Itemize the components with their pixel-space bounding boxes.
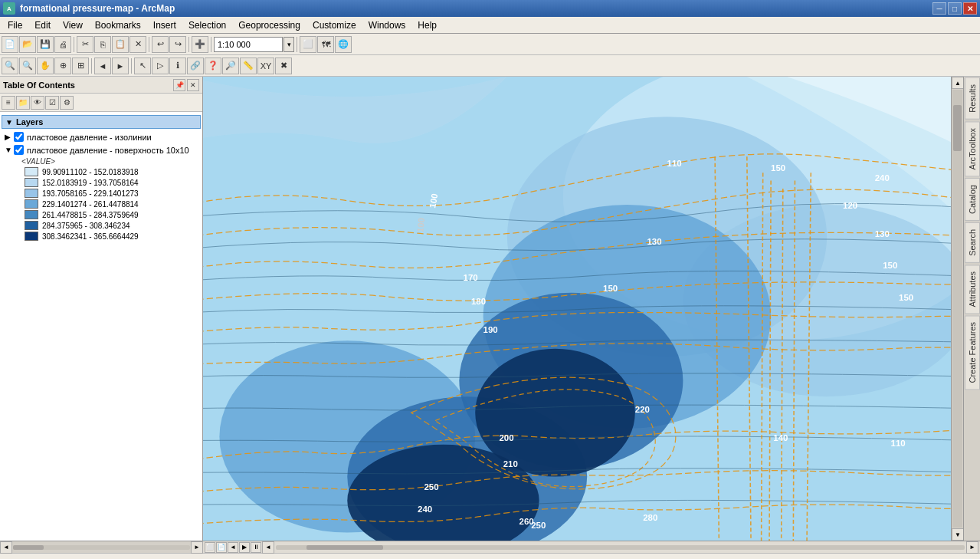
info-button[interactable]: ℹ	[169, 58, 186, 74]
layer-row-isolinii[interactable]: ▶ пластовое давление - изолинии	[0, 130, 202, 143]
toolbar-standard: 📄 📂 💾 🖨 ✂ ⎘ 📋 ✕ ↩ ↪ ➕ 1:10 000 ▾ ⬜ 🗺 🌐	[0, 34, 980, 55]
menu-file[interactable]: File	[2, 18, 28, 32]
redo-button[interactable]: ↪	[169, 36, 186, 53]
menu-insert[interactable]: Insert	[147, 18, 182, 32]
data-view-button[interactable]: 🗺	[317, 36, 334, 53]
toc-hscroll: ◄ ►	[0, 541, 203, 553]
toc-hscroll-track[interactable]	[13, 545, 190, 550]
toc-list-by-source[interactable]: 📁	[16, 96, 30, 110]
cut-button[interactable]: ✂	[77, 36, 93, 53]
vscroll-track[interactable]	[952, 90, 962, 528]
menu-geoprocessing[interactable]: Geoprocessing	[232, 18, 306, 32]
back-button[interactable]: ◄	[94, 58, 111, 74]
delete-button[interactable]: ✕	[129, 36, 146, 53]
print-button[interactable]: 🖨	[54, 36, 71, 53]
clear-button[interactable]: ✖	[275, 58, 292, 74]
legend-swatch-5	[25, 210, 38, 219]
hyperlink-button[interactable]: 🔗	[187, 58, 204, 74]
toc-pin-button[interactable]: 📌	[173, 79, 185, 91]
menu-selection[interactable]: Selection	[182, 18, 232, 32]
layer-checkbox-surface[interactable]	[14, 145, 24, 155]
map-hscroll-left[interactable]: ◄	[262, 541, 274, 554]
menu-bookmarks[interactable]: Bookmarks	[89, 18, 147, 32]
close-button[interactable]: ✕	[963, 2, 977, 15]
separator5	[297, 37, 297, 52]
map-hscroll-track[interactable]	[276, 545, 965, 550]
vscroll-up[interactable]: ▲	[952, 77, 963, 89]
toc-list-by-visibility[interactable]: 👁	[31, 96, 44, 110]
undo-button[interactable]: ↩	[152, 36, 169, 53]
legend-swatch-3	[25, 189, 38, 198]
tab-search[interactable]: Search	[965, 222, 980, 263]
copy-button[interactable]: ⎘	[94, 36, 111, 53]
svg-text:200: 200	[499, 433, 513, 442]
layout-view-button[interactable]: ⬜	[300, 36, 316, 53]
map-vscroll: ▲ ▼	[951, 77, 963, 541]
statusbar: 499201.69 7035340.735 Meters	[0, 553, 980, 559]
tab-catalog[interactable]: Catalog	[965, 178, 980, 221]
legend-range-7: 308.3462341 - 365.6664429	[42, 232, 139, 241]
pan-button[interactable]: ✋	[37, 58, 54, 74]
legend-item-5: 261.4478815 - 284.3759649	[0, 209, 202, 220]
map-hscroll-thumb[interactable]	[306, 545, 383, 550]
map-view[interactable]: 100 110 150 240 280 130 120 130 150 150 …	[203, 77, 963, 541]
add-data-button[interactable]: ➕	[192, 36, 208, 53]
open-button[interactable]: 📂	[19, 36, 36, 53]
toc-close-button[interactable]: ✕	[187, 79, 199, 91]
zoom-extent-button[interactable]: ⊞	[72, 58, 89, 74]
globe-button[interactable]: 🌐	[335, 36, 352, 53]
full-extent-button[interactable]: ⊕	[54, 58, 71, 74]
menu-windows[interactable]: Windows	[362, 18, 412, 32]
menu-customize[interactable]: Customize	[306, 18, 362, 32]
identify-button[interactable]: ❓	[205, 58, 221, 74]
map-hscroll-right[interactable]: ►	[966, 541, 978, 554]
legend-swatch-4	[25, 199, 38, 209]
toc-hscroll-thumb[interactable]	[13, 545, 44, 550]
zoom-out-button[interactable]: 🔍	[19, 58, 36, 74]
titlebar: A formational pressure-map - ArcMap ─ □ …	[0, 0, 980, 17]
layer-row-surface[interactable]: ▼ пластовое давление - поверхность 10x10	[0, 143, 202, 156]
forward-button[interactable]: ►	[112, 58, 129, 74]
toc-hscroll-right[interactable]: ►	[191, 541, 203, 554]
vscroll-down[interactable]: ▼	[952, 528, 963, 541]
paste-button[interactable]: 📋	[112, 36, 129, 53]
go-to-xy-button[interactable]: XY	[257, 58, 274, 74]
nav-dataview-button[interactable]: ⬜	[205, 542, 215, 553]
toc-content: ▼ Layers ▶ пластовое давление - изолинии…	[0, 112, 202, 541]
vscroll-thumb[interactable]	[953, 105, 962, 151]
toc-list-by-drawing-order[interactable]: ≡	[2, 96, 15, 110]
select-button[interactable]: ↖	[134, 58, 151, 74]
layer-checkbox-isolinii[interactable]	[14, 132, 24, 142]
toc-hscroll-left[interactable]: ◄	[0, 541, 12, 554]
nav-play[interactable]: ▶	[239, 542, 250, 553]
expand-icon-isolinii[interactable]: ▶	[5, 133, 12, 141]
toolbar-tools: 🔍 🔍 ✋ ⊕ ⊞ ◄ ► ↖ ▷ ℹ 🔗 ❓ 🔎 📏 XY ✖	[0, 55, 980, 77]
save-button[interactable]: 💾	[37, 36, 54, 53]
expand-icon-surface[interactable]: ▼	[5, 146, 12, 154]
menu-help[interactable]: Help	[411, 18, 443, 32]
nav-layoutview-button[interactable]: 📄	[216, 542, 227, 553]
nav-pan-left[interactable]: ◄	[228, 542, 238, 553]
tab-create-features[interactable]: Create Features	[965, 315, 980, 390]
maximize-button[interactable]: □	[948, 2, 962, 15]
tab-attributes[interactable]: Attributes	[965, 265, 980, 314]
scale-input[interactable]: 1:10 000	[214, 37, 283, 52]
tab-results[interactable]: Results	[965, 77, 980, 120]
select-elements-button[interactable]: ▷	[152, 58, 169, 74]
toc-options[interactable]: ⚙	[60, 96, 74, 110]
zoom-in-button[interactable]: 🔍	[2, 58, 18, 74]
menu-view[interactable]: View	[57, 18, 89, 32]
new-button[interactable]: 📄	[2, 36, 18, 53]
svg-text:110: 110	[667, 159, 682, 168]
measure-button[interactable]: 📏	[240, 58, 257, 74]
layers-group[interactable]: ▼ Layers	[2, 115, 201, 129]
minimize-button[interactable]: ─	[932, 2, 946, 15]
toc-list-by-selection[interactable]: ☑	[45, 96, 59, 110]
scale-dropdown[interactable]: ▾	[284, 37, 294, 52]
nav-pause[interactable]: ⏸	[251, 542, 261, 553]
svg-text:250: 250	[531, 521, 546, 530]
tab-arctoolbox[interactable]: ArcToolbox	[965, 121, 980, 176]
find-button[interactable]: 🔎	[222, 58, 239, 74]
menu-edit[interactable]: Edit	[28, 18, 57, 32]
legend-range-6: 284.375965 - 308.346234	[42, 222, 130, 230]
